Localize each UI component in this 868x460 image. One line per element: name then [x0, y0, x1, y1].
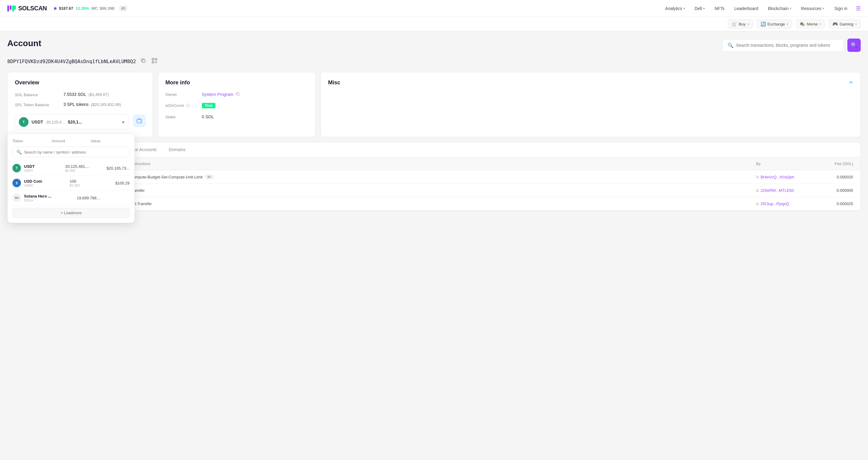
- address-row: 8DPY1FQVKDzd92DK4U4VZgBQAsDnq1fLbNLeAVLU…: [7, 57, 861, 66]
- nav-defi[interactable]: Defi ▾: [690, 4, 709, 13]
- col-by: By: [756, 161, 817, 166]
- gaming-button[interactable]: 🎮 Gaming ▾: [829, 20, 861, 29]
- nav-analytics[interactable]: Analytics ▾: [661, 4, 689, 13]
- load-more-button[interactable]: + Loadmore: [12, 208, 130, 211]
- search-container: 🔍 🔍: [722, 38, 861, 52]
- token-selector[interactable]: T USDT 20,125,4... $20,1... ▾: [15, 114, 128, 129]
- sign-in-button[interactable]: Sign in: [830, 4, 852, 13]
- tabs-section: Transactions Token Transfers Portfolio S…: [7, 142, 861, 157]
- by-3[interactable]: ⧉ 2fX3up...PjvgsQ: [756, 202, 817, 206]
- svg-rect-6: [153, 59, 153, 59]
- svg-rect-13: [156, 61, 157, 62]
- nav-blockchain[interactable]: Blockchain ▾: [764, 4, 796, 13]
- exchange-chevron-icon: ▾: [787, 23, 788, 26]
- fee-2: 0.000005: [817, 188, 853, 193]
- solh-name: SOLH: [24, 198, 74, 202]
- token-search-input[interactable]: [24, 150, 126, 154]
- is-on-curve-label: isOnCurve ⓘ: [165, 103, 202, 108]
- is-on-curve-info-icon[interactable]: ⓘ: [186, 103, 190, 108]
- gaming-icon: 🎮: [833, 22, 838, 26]
- token-item-usdc[interactable]: $ USD Coin USDC 100 $1.003 $100.29: [12, 176, 130, 190]
- sol-balance-row: SOL Balance 7.5533 SOL ($1,469.87): [15, 92, 145, 97]
- is-on-curve-row: isOnCurve ⓘ True: [165, 103, 308, 108]
- table-row: ...449719 about 10 hours ago Sol-Transfe…: [8, 197, 860, 211]
- sub-header: 🛒 Buy ▾ 🔄 Exchange ▾ 🎭 Meme ▾ 🎮 Gaming ▾: [0, 17, 868, 31]
- exchange-button[interactable]: 🔄 Exchange ▾: [756, 20, 793, 29]
- by-2[interactable]: ⧉ 226eRW...MTLE83: [756, 188, 817, 193]
- menu-icon[interactable]: ☰: [856, 5, 861, 12]
- svg-rect-10: [153, 62, 153, 62]
- instr-badge-1: 4+: [205, 175, 214, 179]
- stake-row: Stake 0 SOL: [165, 114, 308, 119]
- copy-by-2-icon: ⧉: [756, 188, 759, 193]
- logo[interactable]: SOLSCAN: [7, 5, 47, 12]
- token-item-solh[interactable]: SH Solana Hero ... SOLH 19,689.788...: [12, 190, 130, 206]
- buy-button[interactable]: 🛒 Buy ▾: [728, 20, 753, 29]
- token-dropdown: Token Amount Value 🔍 T USDT USDT 20,125,…: [7, 133, 135, 211]
- overview-card: Overview SOL Balance 7.5533 SOL ($1,469.…: [7, 72, 153, 137]
- col-instructions: Instructions: [130, 161, 756, 166]
- svg-rect-2: [12, 5, 14, 11]
- svg-rect-14: [156, 62, 157, 63]
- svg-rect-15: [156, 62, 156, 62]
- instr-3: Sol-Transfer: [130, 202, 756, 206]
- table-row: ...466013 about 8 hours ago Transfer ⧉ 2…: [8, 184, 860, 197]
- svg-rect-11: [155, 61, 156, 62]
- header-nav: Analytics ▾ Defi ▾ NFTs Leaderboard Bloc…: [661, 4, 861, 13]
- usdc-token-info: USD Coin USDC: [24, 179, 67, 187]
- svg-rect-3: [14, 5, 16, 10]
- blockchain-chevron-icon: ▾: [790, 7, 791, 10]
- meme-chevron-icon: ▾: [819, 23, 821, 26]
- token-search-bar[interactable]: 🔍: [12, 147, 130, 157]
- nav-leaderboard[interactable]: Leaderboard: [730, 4, 763, 13]
- search-icon: 🔍: [727, 42, 734, 48]
- copy-by-3-icon: ⧉: [756, 202, 759, 206]
- svg-rect-12: [155, 62, 156, 63]
- usdc-amount: 100: [70, 179, 113, 184]
- svg-rect-0: [7, 5, 9, 11]
- table-header: Signature Time ⓘ Instructions By Fee (SO…: [8, 157, 860, 170]
- sol-balance-usd: ($1,469.87): [89, 92, 109, 97]
- more-info-title: More info: [165, 80, 308, 86]
- buy-icon: 🛒: [732, 22, 737, 26]
- owner-link[interactable]: System Program: [202, 92, 234, 97]
- sol-price: $187.67: [59, 6, 73, 11]
- search-input[interactable]: [736, 43, 839, 48]
- header: SOLSCAN $187.67 12.29% MC: $86.39B #5 An…: [0, 0, 868, 17]
- defi-chevron-icon: ▾: [703, 7, 705, 10]
- svg-rect-4: [142, 60, 145, 62]
- usdt-amount: 20,125,481....: [65, 164, 103, 169]
- nav-nfts[interactable]: NFTs: [710, 4, 729, 13]
- usdt-token-icon: T: [19, 117, 29, 127]
- resources-chevron-icon: ▾: [823, 7, 824, 10]
- search-bar[interactable]: 🔍: [722, 39, 844, 52]
- by-1[interactable]: ⧉ BHwVcQ...NVq3ph: [756, 175, 817, 179]
- qr-code-button[interactable]: [151, 57, 158, 66]
- search-button[interactable]: 🔍: [847, 38, 861, 52]
- usdc-symbol: USD Coin: [24, 179, 67, 184]
- meme-button[interactable]: 🎭 Meme ▾: [796, 20, 825, 29]
- spl-balance-label: SPL Token Balance: [15, 102, 63, 107]
- sol-change: 12.29%: [75, 6, 89, 11]
- page-title: Account: [7, 38, 41, 48]
- sol-balance-value: 7.5533 SOL: [63, 92, 86, 97]
- solh-token-info: Solana Hero ... SOLH: [24, 194, 74, 202]
- copy-address-button[interactable]: [140, 57, 147, 65]
- tab-domains[interactable]: Domains: [163, 142, 191, 157]
- svg-rect-16: [137, 120, 142, 123]
- instr-1: Compute-Budget-Set-Compute-Unit-Limit 4+: [130, 175, 756, 179]
- edit-misc-icon[interactable]: ✏: [849, 80, 853, 85]
- copy-owner-icon[interactable]: [236, 92, 240, 97]
- spl-balance-row: SPL Token Balance 3 SPL tokens ($20,165,…: [15, 102, 145, 107]
- token-item-usdt[interactable]: T USDT USDT 20,125,481.... $1.002 $20,16…: [12, 161, 130, 176]
- svg-rect-18: [237, 93, 240, 96]
- solh-amount-col: 19,689.788...: [77, 196, 127, 200]
- wallet-button[interactable]: [133, 115, 145, 127]
- svg-point-17: [140, 121, 141, 122]
- col-fee: Fee (SOL): [817, 161, 853, 166]
- fee-1: 0.000025: [817, 175, 853, 179]
- tabs-list: Transactions Token Transfers Portfolio S…: [8, 142, 860, 157]
- nav-resources[interactable]: Resources ▾: [797, 4, 828, 13]
- analytics-chevron-icon: ▾: [683, 7, 685, 10]
- is-on-curve-badge: True: [202, 103, 215, 108]
